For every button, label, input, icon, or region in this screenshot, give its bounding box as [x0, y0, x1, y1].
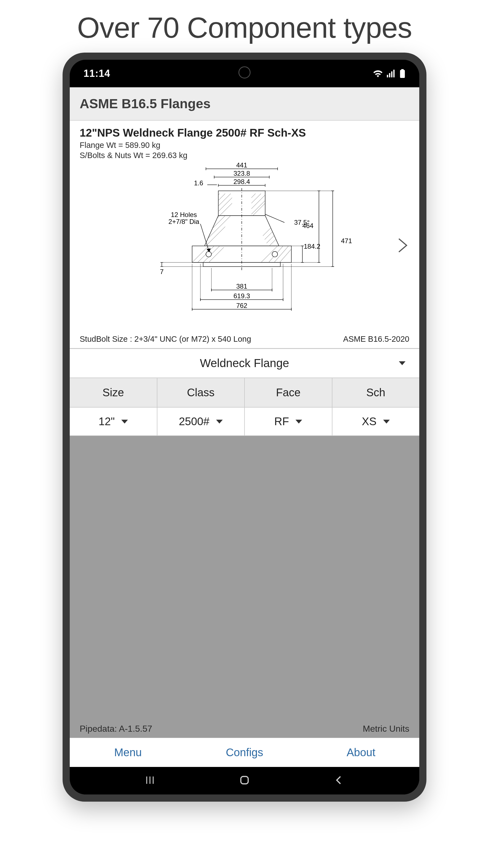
svg-text:12 Holes: 12 Holes	[171, 211, 197, 218]
about-button[interactable]: About	[303, 746, 419, 759]
menu-button[interactable]: Menu	[70, 746, 186, 759]
svg-text:471: 471	[341, 237, 352, 245]
chevron-down-icon	[399, 361, 405, 365]
header-sch: Sch	[333, 378, 420, 407]
drawing-area: 441 323.8 298.4 1.6	[70, 160, 419, 331]
face-dropdown[interactable]: RF	[245, 408, 333, 435]
configs-button[interactable]: Configs	[186, 746, 303, 759]
svg-rect-109	[241, 777, 248, 784]
class-dropdown[interactable]: 2500#	[157, 408, 245, 435]
back-icon[interactable]	[334, 775, 345, 787]
svg-rect-2	[391, 71, 393, 78]
svg-rect-5	[400, 70, 405, 78]
svg-text:298.4: 298.4	[233, 178, 250, 185]
next-arrow-button[interactable]	[397, 237, 408, 255]
sch-value: XS	[362, 415, 377, 428]
signal-icon	[387, 70, 396, 78]
status-time: 11:14	[84, 68, 110, 79]
android-nav-bar	[70, 767, 419, 795]
wifi-icon	[373, 70, 383, 78]
svg-text:184.2: 184.2	[304, 243, 320, 250]
app-header: ASME B16.5 Flanges	[70, 87, 419, 121]
header-size: Size	[70, 378, 157, 407]
svg-text:381: 381	[236, 283, 247, 290]
bottom-bar: Menu Configs About	[70, 738, 419, 767]
svg-rect-1	[389, 73, 390, 78]
svg-point-58	[206, 251, 211, 257]
svg-rect-4	[401, 69, 404, 70]
svg-line-64	[265, 214, 285, 222]
app-body: ASME B16.5 Flanges 12"NPS Weldneck Flang…	[70, 87, 419, 767]
sch-dropdown[interactable]: XS	[333, 408, 420, 435]
recents-icon[interactable]	[144, 775, 155, 787]
studbolt-size: StudBolt Size : 2+3/4" UNC (or M72) x 54…	[80, 335, 251, 344]
svg-text:1.6: 1.6	[194, 179, 203, 187]
flange-drawing: 441 323.8 298.4 1.6	[120, 160, 369, 326]
param-header-row: Size Class Face Sch	[70, 378, 419, 408]
header-face: Face	[245, 378, 333, 407]
phone-screen: 11:14 ASME B16.5 Flanges 12"NPS Weldneck…	[70, 60, 419, 795]
svg-text:323.8: 323.8	[233, 169, 250, 177]
page-title: ASME B16.5 Flanges	[80, 96, 409, 111]
bolt-weight: S/Bolts & Nuts Wt = 269.63 kg	[70, 150, 419, 160]
marketing-title: Over 70 Component types	[0, 0, 489, 53]
flange-type-dropdown[interactable]: Weldneck Flange	[70, 349, 419, 378]
class-value: 2500#	[179, 415, 209, 428]
battery-icon	[399, 69, 405, 78]
svg-text:7: 7	[160, 268, 164, 275]
detail-footer: StudBolt Size : 2+3/4" UNC (or M72) x 54…	[70, 331, 419, 348]
chevron-down-icon	[216, 420, 223, 424]
size-dropdown[interactable]: 12"	[70, 408, 157, 435]
empty-area: Pipedata: A-1.5.57 Metric Units	[70, 436, 419, 738]
camera-dot	[238, 66, 251, 79]
units-label: Metric Units	[363, 724, 409, 734]
detail-area: 12"NPS Weldneck Flange 2500# RF Sch-XS F…	[70, 121, 419, 349]
svg-text:619.3: 619.3	[233, 292, 250, 300]
svg-text:2+7/8" Dia: 2+7/8" Dia	[168, 218, 200, 225]
svg-line-44	[200, 216, 214, 229]
home-icon[interactable]	[239, 775, 250, 787]
header-class: Class	[157, 378, 245, 407]
svg-point-59	[272, 251, 278, 257]
svg-text:762: 762	[236, 302, 247, 309]
component-title: 12"NPS Weldneck Flange 2500# RF Sch-XS	[70, 121, 419, 140]
chevron-down-icon	[295, 420, 302, 424]
size-value: 12"	[98, 415, 115, 428]
chevron-down-icon	[121, 420, 128, 424]
version-label: Pipedata: A-1.5.57	[80, 724, 152, 734]
svg-rect-0	[387, 75, 388, 78]
chevron-down-icon	[383, 420, 390, 424]
svg-rect-3	[393, 70, 395, 78]
flange-weight: Flange Wt = 589.90 kg	[70, 140, 419, 150]
status-icons	[373, 69, 405, 78]
standard-ref: ASME B16.5-2020	[343, 335, 409, 344]
phone-frame: 11:14 ASME B16.5 Flanges 12"NPS Weldneck…	[63, 53, 426, 802]
param-value-row: 12" 2500# RF XS	[70, 408, 419, 436]
flange-type-value: Weldneck Flange	[200, 356, 289, 370]
status-footer: Pipedata: A-1.5.57 Metric Units	[70, 720, 419, 738]
svg-text:441: 441	[236, 161, 247, 169]
svg-text:464: 464	[303, 222, 313, 229]
face-value: RF	[274, 415, 289, 428]
parameter-table: Size Class Face Sch 12" 2500# RF	[70, 378, 419, 436]
